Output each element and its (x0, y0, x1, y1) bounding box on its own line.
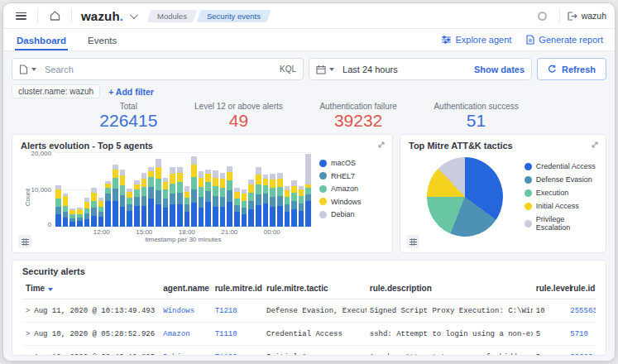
bar-bucket-30[interactable] (270, 152, 275, 227)
bar-bucket-28[interactable] (256, 152, 261, 227)
tab-dashboard[interactable]: Dashboard (15, 31, 68, 50)
tab-events[interactable]: Events (86, 31, 118, 50)
agent-link[interactable]: Windows (163, 307, 194, 315)
bar-bucket-5[interactable] (91, 152, 97, 227)
bar-bucket-9[interactable] (120, 152, 126, 227)
bar-bucket-1[interactable] (63, 152, 69, 227)
agent-link[interactable]: Debian (163, 353, 189, 357)
chevron-down-icon[interactable] (130, 11, 138, 19)
column-rule-level[interactable]: rule.level (533, 279, 568, 299)
stat-value[interactable]: 39232 (319, 111, 396, 130)
refresh-button[interactable]: Refresh (537, 58, 606, 80)
bar-bucket-29[interactable] (263, 152, 269, 227)
bar-bucket-3[interactable] (77, 152, 83, 227)
pie-graphic[interactable] (427, 157, 503, 237)
filter-pill-cluster-name[interactable]: cluster.name: wazuh (12, 84, 100, 98)
date-picker[interactable]: Last 24 hours Show dates (309, 58, 532, 80)
column-rule-description[interactable]: rule.description (366, 279, 533, 299)
column-rule-id[interactable]: rule.id (567, 279, 596, 299)
add-filter-button[interactable]: + Add filter (108, 87, 154, 97)
bar-bucket-2[interactable] (69, 152, 75, 227)
bar-bucket-34[interactable] (299, 152, 304, 227)
rule-id-link[interactable]: 30306 (570, 353, 592, 357)
bar-bucket-35[interactable] (305, 152, 311, 227)
bar-bucket-15[interactable] (163, 152, 169, 227)
bar-bucket-6[interactable] (98, 152, 104, 227)
legend-item-initial-access[interactable]: Initial Access (525, 202, 597, 210)
bar-bucket-17[interactable] (177, 152, 183, 227)
bar-bucket-0[interactable] (55, 152, 61, 227)
rule-id-link[interactable]: 255563 (570, 307, 596, 315)
health-status-button[interactable] (534, 7, 552, 25)
explore-agent-button[interactable]: Explore agent (442, 35, 511, 45)
mitre-id-link[interactable]: T1218 (215, 307, 237, 315)
kql-toggle[interactable]: KQL (280, 65, 296, 74)
generate-report-button[interactable]: Generate report (526, 35, 603, 45)
date-picker-menu-button[interactable] (316, 65, 334, 74)
bar-bucket-32[interactable] (285, 152, 290, 227)
column-agent-name[interactable]: agent.name (160, 279, 211, 299)
expand-icon[interactable] (591, 141, 599, 149)
bar-bucket-23[interactable] (220, 152, 226, 227)
bar-bucket-8[interactable] (113, 152, 118, 227)
bar-bucket-26[interactable] (242, 152, 247, 227)
bar-bucket-20[interactable] (199, 152, 204, 227)
bar-bucket-21[interactable] (205, 152, 211, 227)
bar-bucket-31[interactable] (277, 152, 283, 227)
mitre-id-link[interactable]: T1110 (215, 330, 237, 338)
legend-item-windows[interactable]: Windows (319, 198, 384, 206)
bar-bucket-11[interactable] (134, 152, 140, 227)
bar-segment-rhel7 (191, 189, 197, 204)
expand-row-icon[interactable]: > (26, 329, 30, 338)
bar-bucket-16[interactable] (170, 152, 175, 227)
breadcrumb-modules[interactable]: Modules (147, 10, 198, 22)
column-rule-mitre-tactic[interactable]: rule.mitre.tactic (263, 279, 366, 299)
bar-bucket-12[interactable] (141, 152, 147, 227)
inspect-data-button[interactable] (406, 235, 419, 248)
mitre-id-link[interactable]: T1190 (215, 353, 237, 357)
bar-bucket-22[interactable] (213, 152, 218, 227)
expand-row-icon[interactable]: > (26, 352, 30, 356)
expand-icon[interactable] (377, 141, 386, 149)
legend-item-debian[interactable]: Debian (319, 210, 384, 218)
agent-link[interactable]: Amazon (163, 330, 189, 338)
bar-bucket-13[interactable] (148, 152, 154, 227)
inspect-data-button[interactable] (18, 235, 31, 248)
legend-item-privilege-escalation[interactable]: Privilege Escalation (525, 215, 597, 232)
bar-bucket-27[interactable] (248, 152, 254, 227)
bar-bucket-4[interactable] (84, 152, 90, 227)
column-rule-mitre-id[interactable]: rule.mitre.id (212, 279, 263, 299)
query-bar: Search KQL Last 24 hours Show dates Refr… (12, 58, 606, 80)
legend-item-macos[interactable]: macOS (319, 159, 384, 167)
legend-item-credential-access[interactable]: Credential Access (525, 162, 597, 170)
legend-item-rhel7[interactable]: RHEL7 (319, 172, 384, 180)
menu-button[interactable] (12, 7, 30, 25)
bar-bucket-33[interactable] (291, 152, 297, 227)
bar-bucket-7[interactable] (105, 152, 111, 227)
bar-bucket-24[interactable] (227, 152, 232, 227)
legend-item-defense-evasion[interactable]: Defense Evasion (525, 175, 597, 184)
column-time[interactable]: Time (22, 279, 160, 299)
bar-bucket-18[interactable] (184, 152, 190, 227)
wazuh-logo[interactable]: wazuh. (81, 9, 123, 23)
show-dates-button[interactable]: Show dates (474, 65, 525, 74)
bar-segment-debian (199, 171, 204, 178)
stat-value[interactable]: 226415 (99, 111, 157, 130)
legend-item-execution[interactable]: Execution (525, 189, 597, 197)
bar-bucket-10[interactable] (127, 152, 132, 227)
bar-bucket-14[interactable] (156, 152, 161, 227)
rule-id-link[interactable]: 5710 (570, 330, 588, 338)
search-input[interactable]: Search KQL (12, 58, 304, 80)
bar-segment-amazon (156, 179, 161, 190)
bar-bucket-25[interactable] (234, 152, 240, 227)
bar-bucket-19[interactable] (191, 152, 197, 227)
time-range-value[interactable]: Last 24 hours (343, 65, 474, 74)
expand-row-icon[interactable]: > (26, 306, 30, 314)
breadcrumb-security-events[interactable]: Security events (197, 10, 271, 22)
home-button[interactable] (46, 7, 64, 25)
stat-value[interactable]: 49 (194, 111, 283, 130)
stat-value[interactable]: 51 (434, 111, 518, 130)
legend-item-amazon[interactable]: Amazon (319, 184, 384, 193)
saved-query-menu-button[interactable] (19, 65, 36, 74)
user-menu[interactable]: wazuh (568, 11, 606, 21)
